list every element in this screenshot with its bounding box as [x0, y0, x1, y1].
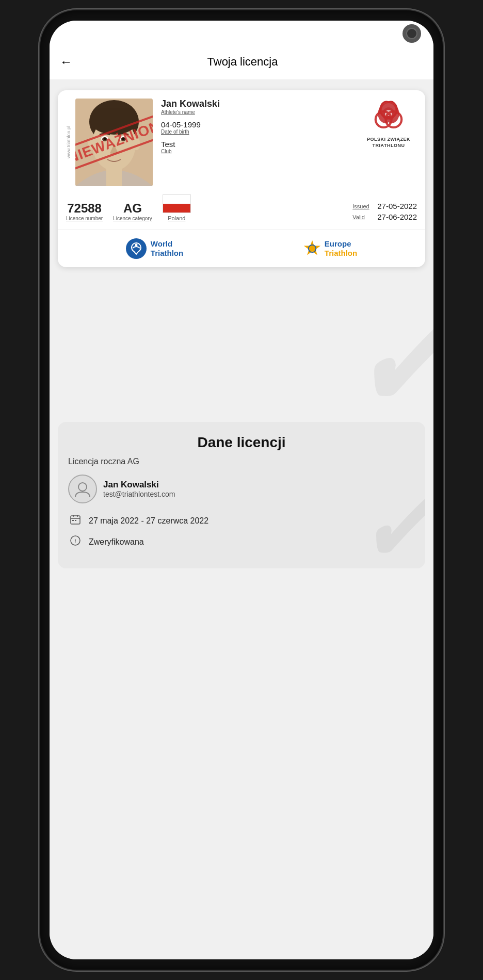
status-bar — [50, 21, 433, 46]
licence-category-label: Licence category — [113, 216, 152, 221]
top-bar: ← Twoja licencja — [50, 46, 433, 80]
user-email: test@triathlontest.com — [103, 490, 175, 498]
pzt-text: POLSKI ZWIĄZEK TRIATHLONU — [367, 137, 410, 149]
bottom-panel: Dane licencji Licencja roczna AG Jan Kow… — [58, 422, 425, 568]
issued-date: 27-05-2022 — [377, 202, 417, 210]
world-triathlon-logo: World Triathlon — [126, 238, 183, 259]
et-text: Europe Triathlon — [325, 239, 357, 258]
card-top: www.triathlon.pl — [58, 90, 425, 186]
dob-label: Date of birth — [161, 129, 360, 135]
issued-label: Issued — [352, 203, 373, 209]
licence-category-block: AG Licence category — [113, 201, 152, 221]
svg-point-20 — [78, 483, 87, 491]
svg-rect-12 — [106, 168, 122, 186]
phone-shell: ← Twoja licencja www.triathlon.pl — [40, 10, 443, 970]
issued-row: Issued 27-05-2022 — [352, 202, 417, 210]
flag-image — [163, 194, 191, 213]
calendar-icon — [68, 514, 83, 528]
date-range-text: 27 maja 2022 - 27 czerwca 2022 — [89, 516, 208, 526]
camera-inner — [406, 28, 417, 39]
licence-number-block: 72588 Licence number — [66, 201, 103, 221]
flag-top — [163, 195, 190, 204]
svg-rect-26 — [75, 520, 76, 521]
club-value: Test — [161, 140, 360, 149]
svg-text:i: i — [74, 537, 76, 545]
valid-row: Valid 27-06-2022 — [352, 213, 417, 221]
europe-triathlon-logo: Europe Triathlon — [303, 239, 357, 258]
date-range-row: 27 maja 2022 - 27 czerwca 2022 — [68, 514, 415, 528]
phone-screen: ← Twoja licencja www.triathlon.pl — [50, 21, 433, 959]
status-row: i Zweryfikowana — [68, 535, 415, 549]
club-label: Club — [161, 149, 360, 154]
licence-number-label: Licence number — [66, 216, 103, 221]
valid-date: 27-06-2022 — [377, 213, 417, 221]
date-block: Issued 27-05-2022 Valid 27-06-2022 — [352, 202, 417, 221]
svg-marker-18 — [304, 240, 320, 255]
pzt-symbol — [371, 99, 407, 135]
wt-text: World Triathlon — [151, 239, 183, 258]
info-icon: i — [68, 535, 83, 549]
scroll-area: www.triathlon.pl — [50, 80, 433, 959]
flag-bottom — [163, 204, 190, 213]
card-logos: World Triathlon Europe — [58, 230, 425, 267]
et-star-svg — [303, 239, 321, 258]
bg-watermark: ✓ — [343, 288, 433, 422]
bg-watermark-area: ✓ — [50, 277, 433, 422]
svg-point-17 — [135, 244, 137, 247]
card-side-text: www.triathlon.pl — [66, 126, 71, 158]
back-button[interactable]: ← — [60, 53, 77, 71]
panel-title: Dane licencji — [68, 434, 415, 451]
pzt-logo: POLSKI ZWIĄZEK TRIATHLONU — [360, 99, 417, 149]
page-title: Twoja licencja — [77, 55, 408, 69]
svg-point-16 — [126, 239, 146, 258]
wt-circle-icon — [126, 238, 147, 259]
svg-rect-25 — [72, 520, 74, 521]
status-text: Zweryfikowana — [89, 537, 144, 547]
licence-card: www.triathlon.pl — [58, 90, 425, 267]
camera-button — [403, 24, 421, 43]
flag-label: Poland — [168, 215, 185, 221]
dob-value: 04-05-1999 — [161, 120, 360, 129]
athlete-photo: UNIEWAŻNIONA — [75, 99, 153, 186]
user-info: Jan Kowalski test@triathlontest.com — [103, 480, 175, 498]
valid-label: Valid — [352, 214, 373, 220]
athlete-name-label: Athlete's name — [161, 109, 360, 115]
athlete-name: Jan Kowalski — [161, 99, 360, 109]
user-row: Jan Kowalski test@triathlontest.com — [68, 475, 415, 503]
card-numbers: 72588 Licence number AG Licence category… — [58, 186, 425, 221]
athlete-info: Jan Kowalski Athlete's name 04-05-1999 D… — [153, 99, 360, 159]
avatar-icon — [73, 480, 92, 498]
user-avatar — [68, 475, 97, 503]
flag-block: Poland — [163, 194, 191, 221]
user-name: Jan Kowalski — [103, 480, 175, 490]
licence-category-value: AG — [113, 201, 152, 216]
wt-circle-svg — [126, 239, 146, 258]
panel-subtitle: Licencja roczna AG — [68, 457, 415, 466]
licence-number-value: 72588 — [66, 201, 103, 216]
pzt-symbol-svg — [371, 99, 407, 135]
